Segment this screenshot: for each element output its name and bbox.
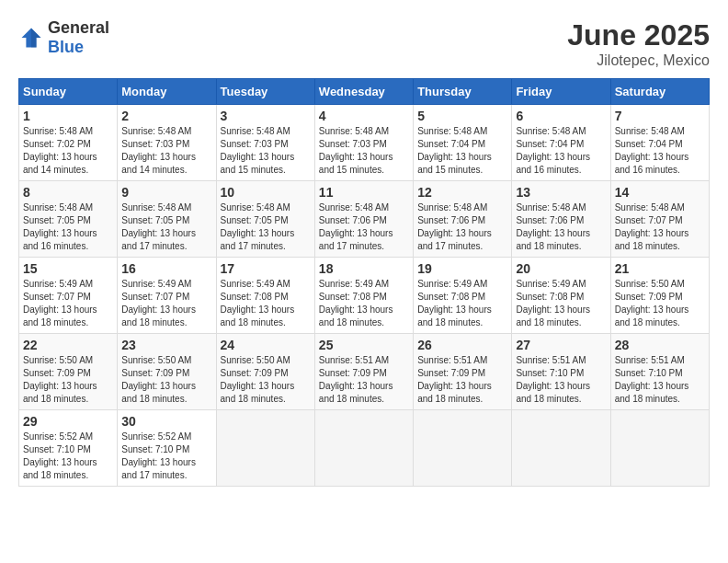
- calendar-cell: 4 Sunrise: 5:48 AMSunset: 7:03 PMDayligh…: [314, 105, 413, 181]
- day-info: Sunrise: 5:48 AMSunset: 7:04 PMDaylight:…: [516, 126, 590, 175]
- day-number: 11: [319, 185, 409, 200]
- calendar-cell: 24 Sunrise: 5:50 AMSunset: 7:09 PMDaylig…: [216, 334, 314, 410]
- calendar-cell: 17 Sunrise: 5:49 AMSunset: 7:08 PMDaylig…: [216, 258, 314, 334]
- header-saturday: Saturday: [610, 79, 709, 105]
- calendar-cell: 9 Sunrise: 5:48 AMSunset: 7:05 PMDayligh…: [118, 181, 216, 258]
- calendar-week-4: 22 Sunrise: 5:50 AMSunset: 7:09 PMDaylig…: [19, 334, 710, 410]
- day-info: Sunrise: 5:51 AMSunset: 7:10 PMDaylight:…: [516, 355, 590, 404]
- day-info: Sunrise: 5:50 AMSunset: 7:09 PMDaylight:…: [615, 279, 689, 327]
- day-number: 3: [221, 109, 311, 123]
- header: General Blue June 2025 Jilotepec, Mexico: [18, 18, 710, 69]
- day-info: Sunrise: 5:49 AMSunset: 7:08 PMDaylight:…: [417, 279, 492, 327]
- day-info: Sunrise: 5:48 AMSunset: 7:05 PMDaylight:…: [23, 202, 97, 251]
- day-info: Sunrise: 5:49 AMSunset: 7:07 PMDaylight:…: [121, 279, 196, 327]
- day-info: Sunrise: 5:48 AMSunset: 7:02 PMDaylight:…: [23, 126, 97, 175]
- calendar-cell: [216, 410, 314, 487]
- calendar-cell: 26 Sunrise: 5:51 AMSunset: 7:09 PMDaylig…: [414, 334, 512, 410]
- calendar-cell: [512, 410, 610, 487]
- day-number: 8: [23, 185, 113, 200]
- title-area: June 2025 Jilotepec, Mexico: [567, 18, 710, 69]
- calendar-cell: 10 Sunrise: 5:48 AMSunset: 7:05 PMDaylig…: [216, 181, 314, 258]
- day-number: 26: [417, 338, 507, 352]
- logo-text: General Blue: [48, 18, 109, 57]
- day-number: 29: [23, 414, 113, 429]
- day-number: 30: [121, 414, 211, 429]
- calendar-cell: 27 Sunrise: 5:51 AMSunset: 7:10 PMDaylig…: [512, 334, 610, 410]
- day-number: 22: [23, 338, 113, 352]
- day-number: 16: [121, 261, 211, 276]
- day-info: Sunrise: 5:49 AMSunset: 7:07 PMDaylight:…: [23, 279, 97, 327]
- day-number: 9: [121, 185, 211, 200]
- day-info: Sunrise: 5:51 AMSunset: 7:10 PMDaylight:…: [615, 355, 689, 404]
- location-title: Jilotepec, Mexico: [567, 52, 710, 69]
- calendar-week-5: 29 Sunrise: 5:52 AMSunset: 7:10 PMDaylig…: [19, 410, 710, 487]
- day-info: Sunrise: 5:48 AMSunset: 7:03 PMDaylight:…: [221, 126, 295, 175]
- day-info: Sunrise: 5:48 AMSunset: 7:06 PMDaylight:…: [417, 202, 492, 251]
- day-info: Sunrise: 5:50 AMSunset: 7:09 PMDaylight:…: [221, 355, 295, 404]
- calendar-cell: 3 Sunrise: 5:48 AMSunset: 7:03 PMDayligh…: [216, 105, 314, 181]
- svg-marker-1: [31, 29, 41, 48]
- day-number: 10: [221, 185, 311, 200]
- calendar-cell: 21 Sunrise: 5:50 AMSunset: 7:09 PMDaylig…: [610, 258, 709, 334]
- day-number: 27: [516, 338, 606, 352]
- logo-blue: Blue: [48, 38, 84, 56]
- day-info: Sunrise: 5:51 AMSunset: 7:09 PMDaylight:…: [319, 355, 393, 404]
- header-tuesday: Tuesday: [216, 79, 314, 105]
- calendar-cell: 23 Sunrise: 5:50 AMSunset: 7:09 PMDaylig…: [118, 334, 216, 410]
- calendar-cell: 16 Sunrise: 5:49 AMSunset: 7:07 PMDaylig…: [118, 258, 216, 334]
- day-info: Sunrise: 5:48 AMSunset: 7:05 PMDaylight:…: [221, 202, 295, 251]
- day-number: 25: [319, 338, 409, 352]
- calendar-cell: [414, 410, 512, 487]
- calendar-cell: 7 Sunrise: 5:48 AMSunset: 7:04 PMDayligh…: [610, 105, 709, 181]
- calendar-cell: 2 Sunrise: 5:48 AMSunset: 7:03 PMDayligh…: [118, 105, 216, 181]
- day-number: 21: [615, 261, 705, 276]
- day-number: 17: [221, 261, 311, 276]
- calendar-cell: 20 Sunrise: 5:49 AMSunset: 7:08 PMDaylig…: [512, 258, 610, 334]
- day-number: 23: [121, 338, 211, 352]
- calendar-cell: 11 Sunrise: 5:48 AMSunset: 7:06 PMDaylig…: [314, 181, 413, 258]
- day-info: Sunrise: 5:48 AMSunset: 7:06 PMDaylight:…: [319, 202, 393, 251]
- day-number: 24: [221, 338, 311, 352]
- day-number: 12: [417, 185, 507, 200]
- calendar-cell: 28 Sunrise: 5:51 AMSunset: 7:10 PMDaylig…: [610, 334, 709, 410]
- day-number: 13: [516, 185, 606, 200]
- calendar-cell: 12 Sunrise: 5:48 AMSunset: 7:06 PMDaylig…: [414, 181, 512, 258]
- calendar-week-3: 15 Sunrise: 5:49 AMSunset: 7:07 PMDaylig…: [19, 258, 710, 334]
- logo: General Blue: [18, 18, 109, 57]
- calendar-week-1: 1 Sunrise: 5:48 AMSunset: 7:02 PMDayligh…: [19, 105, 710, 181]
- header-sunday: Sunday: [19, 79, 118, 105]
- day-info: Sunrise: 5:48 AMSunset: 7:05 PMDaylight:…: [121, 202, 196, 251]
- day-number: 15: [23, 261, 113, 276]
- day-info: Sunrise: 5:48 AMSunset: 7:06 PMDaylight:…: [516, 202, 590, 251]
- day-info: Sunrise: 5:48 AMSunset: 7:03 PMDaylight:…: [319, 126, 393, 175]
- day-number: 18: [319, 261, 409, 276]
- day-info: Sunrise: 5:52 AMSunset: 7:10 PMDaylight:…: [121, 431, 196, 480]
- day-info: Sunrise: 5:49 AMSunset: 7:08 PMDaylight:…: [516, 279, 590, 327]
- header-wednesday: Wednesday: [314, 79, 413, 105]
- day-number: 2: [121, 109, 211, 123]
- day-info: Sunrise: 5:49 AMSunset: 7:08 PMDaylight:…: [221, 279, 295, 327]
- calendar-cell: 5 Sunrise: 5:48 AMSunset: 7:04 PMDayligh…: [414, 105, 512, 181]
- header-thursday: Thursday: [414, 79, 512, 105]
- calendar-week-2: 8 Sunrise: 5:48 AMSunset: 7:05 PMDayligh…: [19, 181, 710, 258]
- calendar-cell: 15 Sunrise: 5:49 AMSunset: 7:07 PMDaylig…: [19, 258, 118, 334]
- day-number: 6: [516, 109, 606, 123]
- day-info: Sunrise: 5:49 AMSunset: 7:08 PMDaylight:…: [319, 279, 393, 327]
- day-number: 20: [516, 261, 606, 276]
- calendar-cell: 8 Sunrise: 5:48 AMSunset: 7:05 PMDayligh…: [19, 181, 118, 258]
- calendar-cell: [610, 410, 709, 487]
- day-info: Sunrise: 5:52 AMSunset: 7:10 PMDaylight:…: [23, 431, 97, 480]
- day-number: 5: [417, 109, 507, 123]
- day-number: 19: [417, 261, 507, 276]
- day-info: Sunrise: 5:50 AMSunset: 7:09 PMDaylight:…: [121, 355, 196, 404]
- calendar-cell: 22 Sunrise: 5:50 AMSunset: 7:09 PMDaylig…: [19, 334, 118, 410]
- header-monday: Monday: [118, 79, 216, 105]
- day-info: Sunrise: 5:51 AMSunset: 7:09 PMDaylight:…: [417, 355, 492, 404]
- day-number: 28: [615, 338, 705, 352]
- calendar-table: Sunday Monday Tuesday Wednesday Thursday…: [18, 78, 710, 487]
- calendar-cell: [314, 410, 413, 487]
- day-number: 4: [319, 109, 409, 123]
- logo-general: General: [48, 18, 109, 37]
- day-number: 14: [615, 185, 705, 200]
- calendar-header-row: Sunday Monday Tuesday Wednesday Thursday…: [19, 79, 710, 105]
